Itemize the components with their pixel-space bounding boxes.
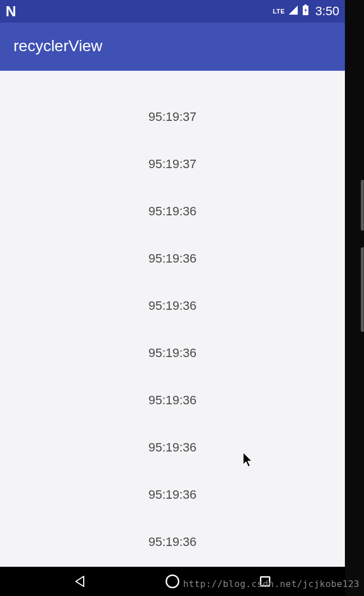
list-item[interactable]: 95:19:36	[0, 282, 345, 329]
app-bar: recyclerView	[0, 22, 345, 71]
status-bar-right: LTE 3:50	[273, 4, 339, 19]
list-item[interactable]: 95:19:36	[0, 188, 345, 235]
list-item[interactable]: 95:19:37	[0, 93, 345, 141]
list-item-text: 95:19:36	[148, 299, 197, 313]
lte-indicator: LTE	[273, 8, 285, 15]
status-clock: 3:50	[315, 4, 339, 19]
svg-point-2	[166, 575, 179, 588]
list-item-text: 95:19:37	[148, 110, 197, 124]
battery-charging-icon	[302, 4, 310, 18]
list-item-text: 95:19:36	[148, 440, 197, 455]
recycler-list[interactable]: 95:19:37 95:19:37 95:19:36 95:19:36 95:1…	[0, 71, 345, 567]
home-button[interactable]	[161, 570, 184, 593]
list-item[interactable]: 95:19:37	[0, 141, 345, 188]
content-area[interactable]: 95:19:37 95:19:37 95:19:36 95:19:36 95:1…	[0, 71, 345, 567]
list-item[interactable]: 95:19:36	[0, 518, 345, 566]
list-item[interactable]: 95:19:36	[0, 235, 345, 282]
back-button[interactable]	[69, 570, 91, 593]
volume-button[interactable]	[361, 180, 364, 231]
list-item-text: 95:19:36	[148, 535, 197, 549]
list-item[interactable]: 95:19:36	[0, 424, 345, 471]
status-bar: N LTE 3:50	[0, 0, 345, 22]
list-item-text: 95:19:36	[148, 204, 197, 219]
list-item[interactable]: 95:19:36	[0, 377, 345, 424]
list-item[interactable]: 95:19:36	[0, 329, 345, 377]
power-button[interactable]	[361, 247, 364, 332]
list-item-text: 95:19:37	[148, 157, 197, 171]
list-item[interactable]: 95:19:36	[0, 471, 345, 518]
watermark-text: http://blog.csdn.net/jcjkobe123	[183, 579, 360, 589]
android-n-icon: N	[6, 3, 16, 20]
list-item-text: 95:19:36	[148, 251, 197, 266]
screen: N LTE 3:50 rec	[0, 0, 345, 567]
list-item-text: 95:19:36	[148, 487, 197, 502]
app-title: recyclerView	[13, 37, 102, 55]
signal-icon	[288, 5, 298, 17]
list-item-text: 95:19:36	[148, 393, 197, 408]
device-frame: N LTE 3:50 rec	[0, 0, 364, 596]
status-bar-left: N	[6, 3, 273, 20]
list-item-text: 95:19:36	[148, 346, 197, 360]
svg-rect-1	[304, 4, 307, 6]
